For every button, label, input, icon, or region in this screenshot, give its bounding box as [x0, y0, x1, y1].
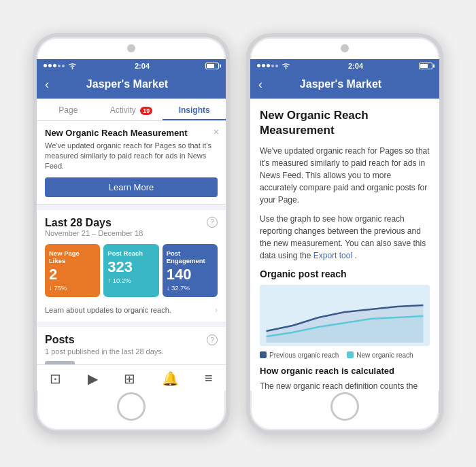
- back-button-2[interactable]: ‹: [258, 77, 262, 92]
- signal-dot-2: [48, 64, 52, 67]
- tab-insights[interactable]: Insights: [163, 99, 226, 120]
- battery-fill-1: [207, 64, 214, 68]
- organic-reach-text: Learn about updates to organic reach.: [45, 306, 171, 314]
- stat-card-likes: New Page Likes 2 ↓ 75%: [45, 244, 100, 298]
- status-bar-2: 2:04: [250, 59, 439, 72]
- calculated-section-title: How organic reach is calculated: [260, 366, 430, 376]
- bottom-nav-1: ⊡ ▶ ⊞ 🔔 ≡: [37, 364, 226, 391]
- posts-header: Posts ?: [45, 334, 218, 346]
- battery-area-1: [205, 63, 219, 69]
- close-icon[interactable]: ×: [214, 126, 219, 137]
- wifi-icon-2: [282, 63, 290, 69]
- phone-1-inner: 2:04 ‹ Jasper's Market Page Act: [37, 59, 226, 391]
- chart-area: [260, 285, 430, 346]
- bottom-nav-video[interactable]: ▶: [88, 370, 98, 387]
- signal-dot-5: [62, 65, 65, 67]
- stats-title: Last 28 Days November 21 – December 18: [45, 217, 143, 243]
- signal-dot-1: [44, 64, 47, 67]
- article-content: New Organic Reach Measurement We've upda…: [250, 99, 439, 391]
- legend-dot-previous: [260, 351, 267, 358]
- status-bar-1: 2:04: [37, 59, 226, 72]
- signal-dot-2-4: [271, 65, 274, 67]
- posts-subtitle: 1 post published in the last 28 days.: [45, 347, 218, 356]
- posts-section: Posts ? 1 post published in the last 28 …: [37, 327, 226, 364]
- battery-area-2: [419, 63, 432, 69]
- chevron-right-icon: ›: [215, 305, 218, 315]
- content-1: New Organic Reach Measurement We've upda…: [37, 121, 226, 364]
- wifi-icon: [68, 63, 77, 69]
- signal-area: [44, 63, 79, 69]
- tab-page[interactable]: Page: [37, 99, 100, 120]
- organic-reach-link[interactable]: Learn about updates to organic reach. ›: [45, 302, 218, 316]
- bottom-nav-menu[interactable]: ≡: [205, 370, 213, 386]
- signal-dot-2-1: [257, 64, 260, 67]
- stat-card-reach: Post Reach 323 ↑ 10.2%: [103, 244, 158, 298]
- chart-legend: Previous organic reach New organic reach: [260, 351, 430, 359]
- signal-dot-3: [53, 64, 56, 67]
- signal-area-2: [257, 63, 292, 69]
- phone-1: 2:04 ‹ Jasper's Market Page Act: [33, 33, 230, 434]
- stat-label-engagement: Post Engagement: [167, 249, 214, 265]
- status-time-1: 2:04: [135, 62, 150, 70]
- stats-cards: New Page Likes 2 ↓ 75% Post Reach 323 ↑ …: [45, 244, 218, 298]
- stat-value-likes: 2: [49, 267, 96, 282]
- phone-2: 2:04 ‹ Jasper's Market New Organic Reach…: [246, 33, 443, 434]
- posts-help-icon[interactable]: ?: [207, 334, 218, 345]
- chart-section-title: Organic post reach: [260, 269, 430, 279]
- export-tool-link[interactable]: Export tool: [313, 251, 352, 260]
- battery-icon-2: [419, 63, 432, 69]
- stat-label-reach: Post Reach: [107, 249, 154, 257]
- bottom-nav-bell[interactable]: 🔔: [162, 370, 179, 387]
- stat-change-likes: ↓ 75%: [49, 284, 96, 292]
- bottom-nav-store[interactable]: ⊞: [124, 370, 135, 387]
- stat-card-engagement: Post Engagement 140 ↓ 32.7%: [163, 244, 218, 298]
- phone-2-inner: 2:04 ‹ Jasper's Market New Organic Reach…: [250, 59, 439, 391]
- signal-dot-4: [58, 65, 61, 67]
- stat-change-reach: ↑ 10.2%: [107, 277, 154, 284]
- signal-dot-2-3: [267, 64, 270, 67]
- legend-label-new: New organic reach: [356, 351, 413, 359]
- stat-label-likes: New Page Likes: [49, 249, 96, 265]
- status-time-2: 2:04: [348, 62, 363, 70]
- tabs-1: Page Activity 19 Insights: [37, 99, 226, 121]
- learn-more-button[interactable]: Learn More: [45, 177, 218, 197]
- notification-title: New Organic Reach Measurement: [45, 128, 218, 138]
- activity-badge: 19: [140, 107, 152, 115]
- stats-section: Last 28 Days November 21 – December 18 ?…: [37, 210, 226, 322]
- bottom-nav-home[interactable]: ⊡: [50, 370, 61, 387]
- notification-text: We've updated organic reach for Pages so…: [45, 141, 218, 172]
- article-title: New Organic Reach Measurement: [260, 108, 430, 138]
- legend-label-previous: Previous organic reach: [269, 351, 339, 359]
- stat-value-reach: 323: [107, 260, 154, 275]
- article-para-2: Use the graph to see how organic reach r…: [260, 213, 430, 262]
- battery-icon-1: [205, 63, 219, 69]
- legend-dot-new: [347, 351, 354, 358]
- back-button-1[interactable]: ‹: [45, 77, 49, 92]
- signal-dot-2-5: [275, 65, 278, 67]
- phones-container: 2:04 ‹ Jasper's Market Page Act: [33, 33, 443, 434]
- nav-bar-2: ‹ Jasper's Market: [250, 72, 439, 99]
- stat-value-engagement: 140: [167, 267, 214, 282]
- battery-fill-2: [420, 64, 428, 68]
- posts-title: Posts: [45, 334, 75, 346]
- legend-item-previous: Previous organic reach: [260, 351, 339, 359]
- stats-header: Last 28 Days November 21 – December 18 ?: [45, 217, 218, 243]
- stat-change-engagement: ↓ 32.7%: [167, 284, 214, 292]
- calculated-text: The new organic reach definition counts …: [260, 380, 430, 391]
- page-title-2: Jasper's Market: [268, 78, 413, 90]
- tab-activity[interactable]: Activity 19: [100, 99, 163, 120]
- signal-dot-2-2: [262, 64, 265, 67]
- notification-card: New Organic Reach Measurement We've upda…: [37, 121, 226, 205]
- nav-bar-1: ‹ Jasper's Market: [37, 72, 226, 99]
- reach-chart: [260, 285, 430, 346]
- article-para-1: We've updated organic reach for Pages so…: [260, 145, 430, 206]
- stats-help-icon[interactable]: ?: [207, 217, 218, 228]
- page-title-1: Jasper's Market: [54, 78, 200, 90]
- legend-item-new: New organic reach: [347, 351, 413, 359]
